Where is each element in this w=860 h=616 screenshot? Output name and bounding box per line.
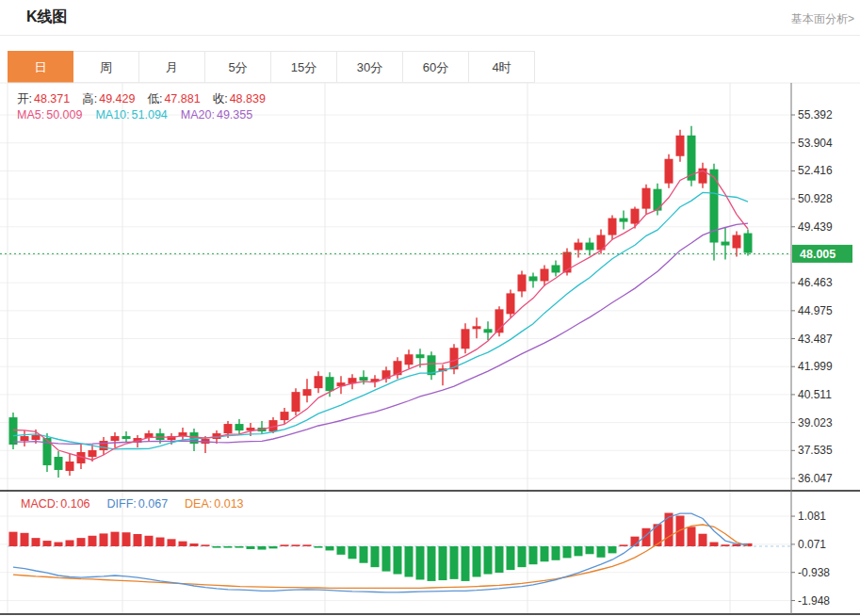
legend-value: 0.013 xyxy=(214,497,243,511)
svg-text:44.975: 44.975 xyxy=(798,304,833,317)
ma20-line xyxy=(13,223,748,444)
ohlc-row-item: 高:49.429 xyxy=(82,91,135,107)
ohlc-legend: 开:48.371高:49.429低:47.881收:48.839 xyxy=(17,91,266,107)
svg-text:39.023: 39.023 xyxy=(798,416,833,430)
svg-text:50.928: 50.928 xyxy=(798,192,833,205)
svg-text:48.005: 48.005 xyxy=(800,248,836,261)
legend-label: DEA: xyxy=(185,497,212,511)
legend-label: 高: xyxy=(82,92,97,105)
macd-layer xyxy=(9,513,753,592)
svg-text:49.439: 49.439 xyxy=(798,220,833,234)
svg-text:41.999: 41.999 xyxy=(798,360,833,373)
legend-value: 0.067 xyxy=(138,497,168,511)
candles-layer xyxy=(9,126,753,478)
svg-text:55.392: 55.392 xyxy=(798,108,833,122)
price-axis: 55.39253.90452.41650.92849.43946.46344.9… xyxy=(791,108,833,485)
svg-text:53.904: 53.904 xyxy=(798,137,833,150)
svg-text:36.047: 36.047 xyxy=(798,472,833,485)
legend-value: 50.009 xyxy=(46,108,82,122)
legend-label: 收: xyxy=(213,92,228,105)
legend-label: 低: xyxy=(147,92,162,105)
svg-text:-0.938: -0.938 xyxy=(798,566,830,579)
svg-text:40.511: 40.511 xyxy=(798,388,832,401)
macd-row-item: MACD:0.106 xyxy=(21,497,90,511)
macd-axis: 1.0810.071-0.938-1.948 xyxy=(791,510,830,608)
ohlc-row-item: 低:47.881 xyxy=(147,91,200,107)
legend-label: MA10: xyxy=(95,108,129,122)
current-price-tag: 48.005 xyxy=(792,245,852,263)
legend-label: MA20: xyxy=(181,108,215,122)
svg-text:-1.948: -1.948 xyxy=(798,594,830,608)
legend-label: MACD: xyxy=(21,497,58,511)
svg-text:43.487: 43.487 xyxy=(798,332,833,346)
ohlc-row-item: 收:48.839 xyxy=(213,91,266,107)
ma-row-item: MA5:50.009 xyxy=(17,108,82,122)
legend-label: DIFF: xyxy=(107,497,137,511)
macd-row-item: DEA:0.013 xyxy=(185,497,243,511)
legend-value: 0.106 xyxy=(60,497,89,511)
macd-row-item: DIFF:0.067 xyxy=(107,497,169,511)
legend-label: MA5: xyxy=(17,108,44,122)
svg-text:0.071: 0.071 xyxy=(798,538,826,551)
svg-text:46.463: 46.463 xyxy=(798,276,833,289)
ma-row-item: MA20:49.355 xyxy=(181,108,252,122)
legend-value: 49.355 xyxy=(217,108,252,122)
svg-text:52.416: 52.416 xyxy=(798,164,833,177)
legend-value: 48.839 xyxy=(230,92,266,105)
legend-label: 开: xyxy=(17,92,32,105)
ma-row-item: MA10:51.094 xyxy=(95,108,167,122)
macd-legend: MACD:0.106DIFF:0.067DEA:0.013 xyxy=(21,497,244,511)
legend-value: 49.429 xyxy=(99,92,135,105)
legend-value: 47.881 xyxy=(164,92,200,105)
svg-text:1.081: 1.081 xyxy=(798,510,826,523)
legend-value: 48.371 xyxy=(34,92,70,105)
ma-legend: MA5:50.009MA10:51.094MA20:49.355 xyxy=(17,108,252,122)
svg-text:37.535: 37.535 xyxy=(798,444,833,457)
ohlc-row-item: 开:48.371 xyxy=(17,91,70,107)
legend-value: 51.094 xyxy=(132,108,168,122)
